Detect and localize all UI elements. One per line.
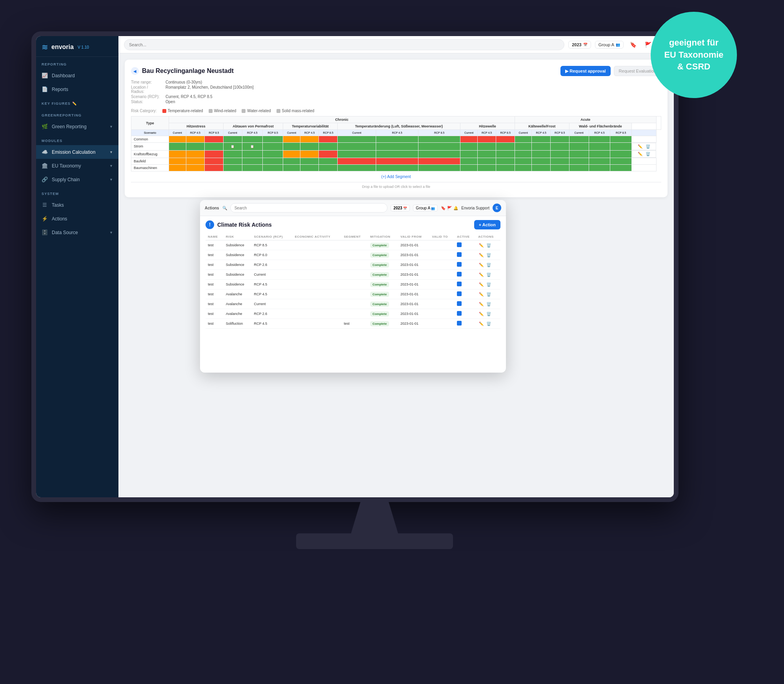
sidebar-label-dashboard: Dashboard <box>52 73 113 78</box>
row-delete-icon[interactable]: 🗑️ <box>486 253 491 257</box>
row-edit-icon[interactable]: ✏️ <box>479 282 484 287</box>
temperature-dot <box>162 109 166 113</box>
actions-year-badge[interactable]: 2023 📅 <box>391 205 410 211</box>
col-name: NAME <box>206 233 224 240</box>
row-edit-icon[interactable]: ✏️ <box>479 302 484 306</box>
edit-icon-2[interactable]: ✏️ <box>638 152 642 156</box>
sidebar-label-supply: Supply Chain <box>52 177 106 182</box>
section-greenreporting: GREENREPORTING <box>36 108 118 120</box>
actions-search-input[interactable] <box>230 203 388 213</box>
bell-icon-small[interactable]: 🔔 <box>453 206 458 210</box>
group-icon: 👥 <box>616 43 620 47</box>
sidebar-item-tasks[interactable]: ☰ Tasks <box>36 198 118 212</box>
actions-table-header-row: NAME RISK SCENARIO (RCP) ECONOMIC ACTIVI… <box>206 233 500 240</box>
cell-risk: Subsidence <box>224 260 252 270</box>
cell-valid-from: 2023-01-01 <box>398 299 429 309</box>
cell-economic <box>293 240 342 250</box>
row-delete-icon[interactable]: 🗑️ <box>486 322 491 326</box>
row-delete-icon[interactable]: 🗑️ <box>486 273 491 277</box>
green-reporting-icon: 🌿 <box>42 124 48 129</box>
sidebar: ≋ envoria V 1.10 REPORTING 📈 Dashboard 📄… <box>36 36 118 497</box>
cell-valid-to <box>429 240 455 250</box>
cell-name: test <box>206 289 224 299</box>
bookmark-icon-small[interactable]: 🔖 <box>441 206 446 210</box>
year-badge[interactable]: 2023 📅 <box>568 41 591 49</box>
sidebar-label-tasks: Tasks <box>52 202 113 208</box>
row-label-strom: Strom <box>131 143 169 151</box>
flag-icon-small[interactable]: 🚩 <box>447 206 452 210</box>
add-action-button[interactable]: + Action <box>474 220 500 229</box>
cell-active <box>455 299 476 309</box>
cell-mitigation: Complete <box>368 240 398 250</box>
row-delete-icon[interactable]: 🗑️ <box>486 302 491 306</box>
row-delete-icon[interactable]: 🗑️ <box>486 312 491 316</box>
search-icon-small: 🔍 <box>222 206 227 210</box>
row-edit-icon[interactable]: ✏️ <box>479 312 484 316</box>
sidebar-item-data-source[interactable]: 🗄️ Data Source ▼ <box>36 226 118 239</box>
sidebar-label-emission: Emission Calculation <box>52 149 106 155</box>
actions-user-label: Envoria Support <box>461 206 489 210</box>
scenario-col: Scenario <box>131 130 169 136</box>
cell-row-actions: ✏️ 🗑️ <box>476 289 500 299</box>
cell-economic <box>293 299 342 309</box>
sidebar-item-actions[interactable]: ⚡ Actions <box>36 212 118 226</box>
dashboard-icon: 📈 <box>42 73 48 78</box>
cell-economic <box>293 319 342 329</box>
sidebar-item-supply-chain[interactable]: 🔗 Supply Chain ▼ <box>36 173 118 186</box>
tasks-icon: ☰ <box>42 202 48 208</box>
cell-economic <box>293 250 342 260</box>
row-label-baumaschinen: Baumaschinen <box>131 165 169 171</box>
group-icon-small: 👥 <box>431 207 435 210</box>
hitzestress-header: Hitzestress <box>169 123 224 130</box>
sidebar-item-reports[interactable]: 📄 Reports <box>36 82 118 96</box>
sidebar-item-emission-calculation[interactable]: ☁️ Emission Calculation ▼ <box>36 145 118 159</box>
row-delete-icon[interactable]: 🗑️ <box>486 263 491 267</box>
cell-name: test <box>206 280 224 289</box>
monitor-base <box>296 533 453 549</box>
actions-title: Climate Risk Actions <box>217 222 272 228</box>
drop-zone[interactable]: Drop a file to upload OR click to select… <box>131 182 661 191</box>
delete-icon[interactable]: 🗑️ <box>646 144 650 149</box>
table-row: Strom 📋 📋 <box>131 143 661 151</box>
add-segment-button[interactable]: (+) Add Segment <box>131 171 661 182</box>
group-badge[interactable]: Group A 👥 <box>595 41 624 49</box>
row-delete-icon[interactable]: 🗑️ <box>486 243 491 247</box>
row-edit-icon[interactable]: ✏️ <box>479 253 484 257</box>
actions-content: ! Climate Risk Actions + Action NAME RIS… <box>200 216 506 373</box>
col-active: ACTIVE <box>455 233 476 240</box>
time-range-label: Time range: <box>131 80 162 84</box>
cell-valid-from: 2023-01-01 <box>398 319 429 329</box>
risk-category-label: Risk Category: <box>131 109 157 113</box>
row-edit-icon[interactable]: ✏️ <box>479 243 484 247</box>
actions-icon: ⚡ <box>42 216 48 222</box>
cell-scenario: Current <box>251 270 292 280</box>
cell-name: test <box>206 319 224 329</box>
back-button[interactable]: ◀ <box>131 67 139 75</box>
risk-legend: Risk Category: Temperature-related Wind-… <box>131 109 661 113</box>
monitor-wrapper: ≋ envoria V 1.10 REPORTING 📈 Dashboard 📄… <box>31 31 718 620</box>
cell-active <box>455 260 476 270</box>
delete-icon-2[interactable]: 🗑️ <box>646 152 650 156</box>
row-edit-icon[interactable]: ✏️ <box>479 273 484 277</box>
sidebar-item-eu-taxonomy[interactable]: 🏛️ EU Taxonomy ▼ <box>36 159 118 173</box>
cell-active <box>455 319 476 329</box>
cell-scenario: RCP 4.5 <box>251 319 292 329</box>
search-input[interactable] <box>124 39 564 50</box>
sidebar-item-green-reporting[interactable]: 🌿 Green Reporting ▼ <box>36 120 118 133</box>
row-edit-icon[interactable]: ✏️ <box>479 292 484 297</box>
user-avatar: E <box>493 204 501 212</box>
cell-segment <box>342 299 368 309</box>
bookmark-icon[interactable]: 🔖 <box>628 39 638 50</box>
edit-icon[interactable]: ✏️ <box>638 144 642 149</box>
row-delete-icon[interactable]: 🗑️ <box>486 282 491 287</box>
cell-active <box>455 270 476 280</box>
row-label-baufeld: Baufeld <box>131 158 169 165</box>
row-delete-icon[interactable]: 🗑️ <box>486 292 491 297</box>
actions-group-badge[interactable]: Group A 👥 <box>413 205 438 211</box>
sidebar-item-dashboard[interactable]: 📈 Dashboard <box>36 69 118 82</box>
request-approval-button[interactable]: ▶ Request approval <box>560 66 610 76</box>
row-edit-icon[interactable]: ✏️ <box>479 322 484 326</box>
cell-row-actions: ✏️ 🗑️ <box>476 260 500 270</box>
row-edit-icon[interactable]: ✏️ <box>479 263 484 267</box>
cell-mitigation: Complete <box>368 270 398 280</box>
